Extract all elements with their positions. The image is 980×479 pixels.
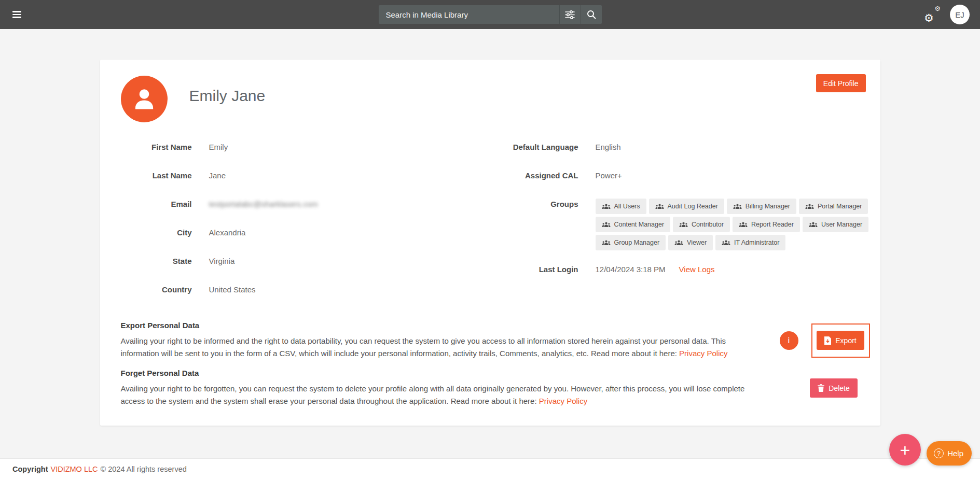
fields-left-column: First Name Emily Last Name Jane Email te… (121, 142, 495, 313)
group-chip[interactable]: IT Administrator (715, 235, 785, 250)
field-row: State Virginia (121, 256, 495, 266)
group-chip-label: Group Manager (614, 239, 660, 246)
last-login-row: Last Login 12/04/2024 3:18 PM View Logs (495, 264, 870, 275)
groups-label: Groups (495, 199, 578, 250)
last-login-label: Last Login (495, 264, 578, 275)
fields-right-column: Default Language English Assigned CAL Po… (495, 142, 870, 313)
user-avatar[interactable]: EJ (950, 5, 970, 24)
field-row: City Alexandria (121, 227, 495, 238)
profile-fields: First Name Emily Last Name Jane Email te… (121, 142, 870, 313)
group-chip-label: Report Reader (751, 221, 794, 228)
view-logs-link[interactable]: View Logs (679, 264, 715, 275)
forget-description-text: Availing your right to be forgotten, you… (121, 384, 745, 405)
field-label: Default Language (495, 142, 578, 152)
group-chip[interactable]: Billing Manager (727, 199, 796, 214)
groups-icon (674, 240, 683, 246)
search-bar (379, 5, 602, 24)
company-link[interactable]: VIDIZMO LLC (50, 465, 98, 473)
field-row: Email testportalabc@sharklasers.com (121, 199, 495, 209)
group-chip-label: Content Manager (614, 221, 665, 228)
group-chip[interactable]: Contributor (673, 217, 730, 232)
groups-icon (679, 221, 688, 228)
group-chip[interactable]: Content Manager (596, 217, 671, 232)
forget-section-title: Forget Personal Data (121, 369, 760, 377)
export-highlight-annotation: Export (811, 323, 870, 358)
group-chip[interactable]: Audit Log Reader (649, 199, 724, 214)
export-description-text: Availing your right to be informed and t… (121, 336, 726, 358)
group-chip-label: Contributor (692, 221, 724, 228)
rights-text: © 2024 All rights reserved (101, 465, 187, 473)
page-title: Emily Jane (189, 76, 266, 122)
field-value: Emily (209, 142, 228, 152)
groups-icon (733, 203, 742, 210)
group-chip-label: Billing Manager (746, 203, 790, 210)
group-chip-label: IT Administrator (734, 239, 779, 246)
field-value: United States (209, 284, 256, 295)
field-value: Alexandria (209, 227, 246, 238)
footer: Copyright VIDIZMO LLC © 2024 All rights … (0, 458, 980, 479)
groups-icon (602, 203, 611, 210)
group-chip-label: User Manager (821, 221, 862, 228)
privacy-policy-link[interactable]: Privacy Policy (539, 397, 587, 405)
add-fab-button[interactable]: + (889, 434, 921, 466)
top-bar: ⚙⚙ EJ (0, 0, 980, 29)
group-chip[interactable]: Viewer (668, 235, 713, 250)
person-icon (131, 86, 158, 112)
group-chip[interactable]: Report Reader (733, 217, 800, 232)
field-value: Jane (209, 170, 226, 181)
profile-avatar (121, 76, 168, 122)
group-chip[interactable]: Portal Manager (799, 199, 868, 214)
groups-icon (739, 221, 748, 228)
question-icon: ? (934, 448, 944, 458)
group-chip[interactable]: All Users (596, 199, 646, 214)
group-chip[interactable]: Group Manager (596, 235, 666, 250)
field-label: First Name (121, 142, 192, 152)
trash-icon (818, 384, 824, 392)
group-chip-label: All Users (614, 203, 640, 210)
field-value: testportalabc@sharklasers.com (209, 199, 318, 209)
groups-icon (655, 203, 664, 210)
field-value: Virginia (209, 256, 235, 266)
profile-header: Emily Jane (121, 76, 870, 122)
delete-button[interactable]: Delete (810, 378, 857, 398)
field-row: Last Name Jane (121, 170, 495, 181)
copyright-label: Copyright (12, 465, 48, 473)
field-label: Email (121, 199, 192, 209)
export-button-label: Export (835, 336, 856, 345)
hamburger-menu-icon[interactable] (12, 8, 26, 21)
settings-gears-icon[interactable]: ⚙⚙ (924, 7, 942, 22)
export-section-title: Export Personal Data (121, 321, 760, 330)
field-row: First Name Emily (121, 142, 495, 152)
search-icon[interactable] (581, 5, 602, 24)
search-input[interactable] (379, 5, 559, 24)
groups-icon (809, 221, 818, 228)
forget-personal-data-section: Forget Personal Data Availing your right… (121, 369, 870, 407)
main-content: Emily Jane Edit Profile First Name Emily… (0, 29, 980, 458)
groups-icon (602, 221, 611, 228)
groups-icon (722, 240, 730, 246)
groups-icon (805, 203, 814, 210)
field-label: Country (121, 284, 192, 295)
export-section-description: Availing your right to be informed and t… (121, 335, 760, 360)
field-row: Default Language English (495, 142, 870, 152)
group-chip[interactable]: User Manager (803, 217, 868, 232)
field-value: English (596, 142, 621, 152)
export-button[interactable]: Export (817, 331, 864, 350)
forget-section-description: Availing your right to be forgotten, you… (121, 383, 760, 407)
delete-button-label: Delete (829, 384, 849, 392)
edit-profile-button[interactable]: Edit Profile (816, 74, 866, 92)
privacy-policy-link[interactable]: Privacy Policy (679, 349, 727, 358)
info-icon[interactable]: i (780, 331, 798, 350)
field-value: Power+ (596, 170, 622, 181)
field-row: Country United States (121, 284, 495, 295)
plus-icon: + (900, 441, 910, 459)
groups-row: Groups (495, 199, 870, 250)
field-label: Last Name (121, 170, 192, 181)
export-file-icon (824, 336, 831, 345)
help-button[interactable]: ? Help (927, 441, 972, 466)
group-chip-label: Viewer (687, 239, 707, 246)
filter-icon[interactable] (560, 5, 581, 24)
group-chip-label: Audit Log Reader (668, 203, 718, 210)
field-label: Assigned CAL (495, 170, 578, 181)
field-row: Assigned CAL Power+ (495, 170, 870, 181)
